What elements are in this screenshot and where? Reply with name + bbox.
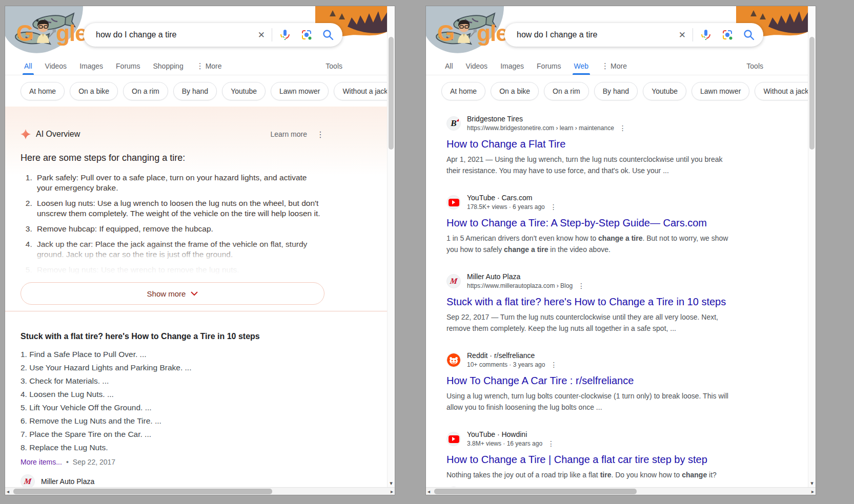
ai-step: Loosen lug nuts: Use a lug wrench to loo… (34, 198, 320, 219)
mic-icon[interactable] (700, 29, 712, 41)
lens-icon[interactable] (721, 29, 734, 41)
result-menu-icon[interactable]: ⋮ (619, 124, 626, 132)
result-title-link[interactable]: Stuck with a flat tire? here's How to Ch… (446, 295, 741, 308)
scroll-right-arrow[interactable]: ▸ (391, 488, 393, 495)
chip-youtube[interactable]: Youtube (643, 82, 686, 100)
chip-lawn-mower[interactable]: Lawn mower (271, 82, 329, 100)
clear-icon[interactable]: ✕ (251, 30, 272, 40)
horizontal-scrollbar[interactable]: ◂ ▸ (426, 487, 816, 495)
result-source: Bridgestone Tires (467, 115, 626, 123)
tab-videos[interactable]: Videos (45, 62, 67, 70)
search-icon[interactable] (322, 29, 334, 41)
result-snippet: Nothing takes the joy out of a road trip… (446, 469, 733, 480)
more-items-link[interactable]: More items... (21, 458, 62, 466)
learn-more-link[interactable]: Learn more (270, 130, 307, 138)
result-title-link[interactable]: How To Change A Car Tire : r/selfrelianc… (446, 374, 741, 387)
partial-result-source[interactable]: M Miller Auto Plaza (21, 474, 387, 487)
tab-more[interactable]: ⋮More (601, 61, 627, 71)
scroll-right-arrow[interactable]: ▸ (811, 488, 814, 495)
result-source: Miller Auto Plaza (467, 272, 585, 281)
search-bar[interactable]: how do I change a tire ✕ (504, 23, 763, 47)
chip-on-a-bike[interactable]: On a bike (491, 82, 539, 100)
tab-videos[interactable]: Videos (466, 62, 488, 70)
ai-steps-list: Park safely: Pull over to a safe place, … (21, 173, 320, 275)
result-comments-age: 10+ comments · 3 years ago (467, 361, 545, 369)
scroll-down-arrow[interactable]: ▾ (808, 479, 816, 487)
chip-at-home[interactable]: At home (441, 82, 485, 100)
filter-chips-row: At home On a bike On a rim By hand Youtu… (5, 82, 387, 107)
google-doodle-logo[interactable]: G gle (16, 18, 87, 44)
search-input[interactable]: how do I change a tire (84, 30, 251, 39)
tab-all[interactable]: All (24, 62, 32, 70)
vertical-scrollbar-thumb[interactable] (389, 37, 394, 150)
scroll-down-arrow[interactable]: ▾ (388, 479, 395, 487)
result-views-age: 178.5K+ views · 6 years ago (467, 203, 545, 211)
result-snippet: Apr 1, 2021 — Using the lug wrench, turn… (446, 154, 733, 176)
result-menu-icon[interactable]: ⋮ (547, 439, 555, 448)
reddit-favicon (446, 353, 461, 367)
result-menu-icon[interactable]: ⋮ (578, 282, 585, 290)
vertical-scrollbar[interactable]: ▾ (808, 6, 816, 487)
vertical-scrollbar-thumb[interactable] (809, 37, 815, 150)
vertical-scrollbar[interactable]: ▾ (387, 6, 395, 487)
youtube-favicon (446, 195, 461, 209)
search-bar-divider (272, 28, 272, 41)
ai-overview-menu-icon[interactable]: ⋮ (316, 130, 324, 139)
result-menu-icon[interactable]: ⋮ (550, 361, 557, 369)
miller-favicon: M (21, 474, 35, 487)
chip-without-a-jack[interactable]: Without a jack (755, 82, 808, 100)
scroll-left-arrow[interactable]: ◂ (428, 488, 430, 495)
tab-images[interactable]: Images (79, 62, 103, 70)
flat-tire-article: Stuck with a flat tire? here's How to Ch… (5, 332, 387, 487)
doodle-person-icon (33, 18, 56, 44)
horizontal-scrollbar-thumb[interactable] (434, 489, 637, 494)
chip-without-a-jack[interactable]: Without a jack (334, 82, 387, 100)
chip-on-a-rim[interactable]: On a rim (544, 82, 589, 100)
search-input[interactable]: how do I change a tire (504, 30, 672, 39)
bullet-separator: • (66, 458, 69, 466)
result-menu-icon[interactable]: ⋮ (550, 203, 557, 211)
ai-step: Remove hubcap: If equipped, remove the h… (34, 224, 320, 234)
tab-all[interactable]: All (445, 62, 453, 70)
tab-web[interactable]: Web (574, 62, 589, 70)
search-header: G gle how do I change a tire ✕ All Video… (426, 6, 808, 78)
tools-button[interactable]: Tools (746, 62, 763, 70)
chip-by-hand[interactable]: By hand (173, 82, 217, 100)
clear-icon[interactable]: ✕ (672, 30, 693, 40)
ai-overview-panel: AI Overview Learn more ⋮ Here are some s… (5, 107, 387, 311)
logo-letters-gle: gle (56, 23, 87, 44)
logo-letters-gle: gle (477, 23, 508, 44)
search-bar[interactable]: how do I change a tire ✕ (84, 23, 342, 47)
chip-lawn-mower[interactable]: Lawn mower (692, 82, 749, 100)
show-more-button[interactable]: Show more (21, 282, 324, 305)
horizontal-scrollbar[interactable]: ◂ ▸ (5, 487, 395, 495)
left-results-area: AI Overview Learn more ⋮ Here are some s… (5, 107, 387, 487)
result-title-link[interactable]: How to Change a Flat Tire (446, 137, 741, 151)
search-result: B Bridgestone Tires https://www.bridgest… (446, 115, 808, 176)
chip-youtube[interactable]: Youtube (222, 82, 266, 100)
tab-shopping[interactable]: Shopping (153, 62, 184, 70)
tab-more[interactable]: ⋮More (196, 61, 222, 71)
web-results-area: B Bridgestone Tires https://www.bridgest… (426, 107, 808, 487)
search-icon[interactable] (743, 29, 755, 41)
browser-window-left: G gle how do I change a tire ✕ All Video… (5, 6, 395, 495)
tab-forums[interactable]: Forums (116, 62, 140, 70)
chip-at-home[interactable]: At home (21, 82, 65, 100)
chip-on-a-rim[interactable]: On a rim (123, 82, 168, 100)
horizontal-scrollbar-thumb[interactable] (13, 489, 272, 494)
result-title-link[interactable]: How to Change a Tire | Change a flat car… (446, 453, 741, 466)
chevron-down-icon (191, 291, 198, 296)
google-doodle-logo[interactable]: G gle (437, 18, 508, 44)
mic-icon[interactable] (279, 29, 291, 41)
tab-forums[interactable]: Forums (537, 62, 561, 70)
result-title-link[interactable]: How to Change a Tire: A Step-by-Step Gui… (446, 216, 741, 229)
chip-on-a-bike[interactable]: On a bike (70, 82, 118, 100)
tab-images[interactable]: Images (500, 62, 524, 70)
lens-icon[interactable] (300, 29, 313, 41)
scroll-left-arrow[interactable]: ◂ (7, 488, 9, 495)
result-snippet: Using a lug wrench, turn lug bolts count… (446, 390, 733, 413)
tabs-divider (426, 75, 808, 75)
result-views-age: 3.8M+ views · 16 years ago (467, 439, 542, 448)
tools-button[interactable]: Tools (326, 62, 342, 70)
chip-by-hand[interactable]: By hand (594, 82, 638, 100)
